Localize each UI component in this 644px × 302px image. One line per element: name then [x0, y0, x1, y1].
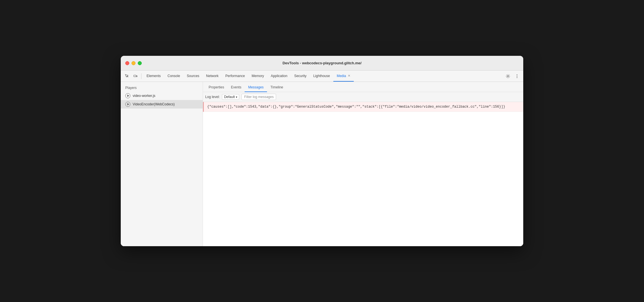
messages-area: {"causes":[],"code":1543,"data":{},"grou… [203, 102, 523, 246]
svg-rect-0 [134, 75, 136, 77]
toolbar-actions [504, 72, 521, 80]
tab-sources[interactable]: Sources [183, 71, 203, 82]
panel-tabs: Properties Events Messages Timeline [203, 82, 523, 92]
tab-network[interactable]: Network [203, 71, 222, 82]
tab-elements[interactable]: Elements [143, 71, 164, 82]
maximize-button[interactable] [138, 61, 142, 65]
filter-input[interactable]: Filter log messages [242, 94, 276, 100]
settings-icon[interactable] [504, 72, 512, 80]
tab-security[interactable]: Security [291, 71, 310, 82]
log-level-select[interactable]: Default [222, 94, 239, 100]
player-label-video-worker: video-worker.js [133, 94, 155, 98]
log-level-chevron [236, 95, 237, 99]
log-level-value: Default [224, 95, 235, 99]
log-level-label: Log level: [205, 95, 220, 99]
sidebar: Players video-worker.js VideoEncoder(Web… [121, 82, 203, 246]
tab-console[interactable]: Console [164, 71, 183, 82]
more-icon[interactable] [513, 72, 521, 80]
inspector-icon[interactable] [123, 72, 131, 80]
tab-properties[interactable]: Properties [205, 85, 228, 92]
filter-placeholder: Filter log messages [244, 95, 274, 99]
player-item-video-worker[interactable]: video-worker.js [121, 92, 203, 100]
close-button[interactable] [125, 61, 129, 65]
tab-memory[interactable]: Memory [248, 71, 267, 82]
toolbar-tabs: Elements Console Sources Network Perform… [143, 71, 503, 82]
tab-media[interactable]: Media ✕ [333, 71, 354, 82]
minimize-button[interactable] [132, 61, 135, 65]
svg-point-4 [517, 76, 518, 76]
tab-performance[interactable]: Performance [222, 71, 248, 82]
message-text: {"causes":[],"code":1543,"data":{},"grou… [207, 105, 505, 109]
tab-timeline[interactable]: Timeline [267, 85, 287, 92]
titlebar: DevTools - webcodecs-playground.glitch.m… [121, 56, 523, 71]
svg-point-2 [507, 75, 509, 77]
player-item-video-encoder[interactable]: VideoEncoder(WebCodecs) [121, 100, 203, 109]
tab-media-close[interactable]: ✕ [348, 74, 350, 78]
player-label-video-encoder: VideoEncoder(WebCodecs) [133, 102, 175, 106]
tab-messages[interactable]: Messages [245, 85, 267, 92]
main-panel: Properties Events Messages Timeline Log … [203, 82, 523, 246]
sidebar-title: Players [121, 84, 203, 92]
devtools-toolbar: Elements Console Sources Network Perform… [121, 71, 523, 82]
tab-application[interactable]: Application [267, 71, 291, 82]
tab-events[interactable]: Events [228, 85, 245, 92]
svg-point-5 [517, 77, 518, 78]
toolbar-divider [141, 73, 141, 79]
log-toolbar: Log level: Default Filter log messages [203, 92, 523, 102]
tab-lighthouse[interactable]: Lighthouse [310, 71, 333, 82]
devtools-window: DevTools - webcodecs-playground.glitch.m… [121, 56, 523, 246]
svg-rect-1 [136, 76, 137, 77]
traffic-lights [125, 61, 142, 65]
play-icon-video-encoder [125, 102, 130, 107]
message-row: {"causes":[],"code":1543,"data":{},"grou… [203, 102, 523, 112]
window-title: DevTools - webcodecs-playground.glitch.m… [283, 61, 362, 65]
play-icon-video-worker [125, 93, 130, 98]
content-area: Players video-worker.js VideoEncoder(Web… [121, 82, 523, 246]
device-toggle-icon[interactable] [132, 72, 139, 80]
svg-point-3 [517, 74, 518, 75]
